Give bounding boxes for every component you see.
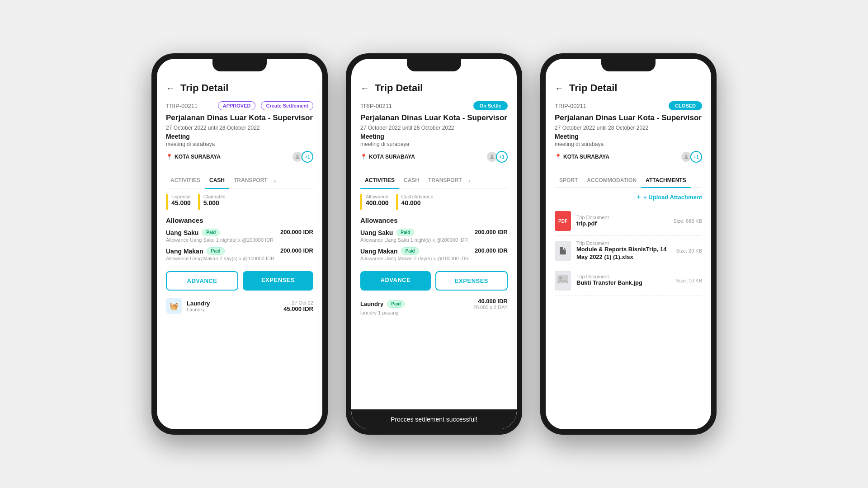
tabs-2: ACTIVITIES CASH TRANSPORT › [360,174,508,188]
expense-info-2: Laundry Paid 40.000 IDR 20.000 x 2 DAY l… [360,298,508,315]
expense-item-laundry-1: 🧺 Laundry Laundry 27 Oct 22 45.000 IDR [166,295,313,317]
trip-id-2: TRIP-00211 [360,103,392,109]
laundry-icon-1: 🧺 [166,298,182,314]
allowance-item-0: Uang Saku Paid Allowance Uang Saku 1 nig… [166,229,313,243]
allowance-item-1: Uang Makan Paid Allowance Uang Makan 2 d… [166,247,313,261]
allowance-item-2-1: Uang Makan Paid Allowance Uang Makan 2 d… [360,247,508,261]
attachment-name-2: Bukti Transfer Bank.jpg [576,279,671,287]
stat-claimable: Claimable 5.000 [198,194,226,210]
tab-transport-1[interactable]: TRANSPORT [229,174,272,188]
phone-2: ← Trip Detail TRIP-00211 On Settle Perja… [346,53,522,435]
tab-cash-2[interactable]: CASH [399,174,424,188]
tabs-1: ACTIVITIES CASH TRANSPORT › [166,174,313,188]
badge-row-1: APPROVED Create Settlement [218,101,313,110]
location-1: 📍 KOTA SURABAYA [166,154,221,160]
attachment-info-2: Trip Document Bukti Transfer Bank.jpg [576,274,671,287]
expenses-button-2[interactable]: EXPENSES [435,271,508,291]
svg-point-1 [491,155,493,157]
upload-attachment-btn[interactable]: ＋ + Upload Attachment [555,193,702,201]
trip-type-3: Meeting [555,133,702,140]
trip-title-2: Perjalanan Dinas Luar Kota - Supervisor [360,113,508,123]
expense-date-1: 27 Oct 22 [283,300,313,305]
allowance-amount-2-1: 200.000 IDR [475,247,508,254]
stat-bar-3 [360,194,362,210]
location-pin-icon-1: 📍 [166,154,173,160]
allowance-name-1: Uang Makan [166,248,203,255]
allowance-amount-2-0: 200.000 IDR [475,229,508,235]
stat-expense: Expense 45.000 [166,194,191,210]
avatar-group-1: +1 [292,151,313,163]
trip-meta-2: TRIP-00211 On Settle Perjalanan Dinas Lu… [360,101,508,163]
stat-label-2: Claimable [203,194,226,199]
badge-approved[interactable]: APPROVED [218,101,256,110]
badge-create-settlement[interactable]: Create Settlement [261,101,313,110]
doc-icon-1 [555,241,571,261]
tabs-3: SPORT ACCOMMODATION ATTACHMENTS [555,174,702,188]
phone-notch-2 [407,59,461,71]
header-2: ← Trip Detail [360,82,508,94]
back-button-2[interactable]: ← [360,83,369,94]
tab-transport-3[interactable]: SPORT [555,174,582,187]
location-pin-icon-3: 📍 [555,154,561,160]
allowance-item-2-0: Uang Saku Paid Allowance Uang Saku 1 nig… [360,229,508,243]
stat-value-2: 5.000 [203,199,226,206]
allowance-desc-0: Allowance Uang Saku 1 night(s) x @200000… [166,237,274,243]
expense-name-1: Laundry [187,300,283,307]
stat-label-3: Allowance [366,194,389,199]
tab-cash-1[interactable]: CASH [205,174,229,188]
attachment-info-0: Trip Document trip.pdf [576,215,668,228]
tab-activities-2[interactable]: ACTIVITIES [360,174,399,188]
section-allowances-2: Allowances [360,216,508,224]
attachment-name-1: Module & Reports BisnisTrip, 14 May 2022… [576,246,671,261]
allowance-desc-2-0: Allowance Uang Saku 1 night(s) x @200000… [360,237,468,243]
advance-button-1[interactable]: ADVANCE [166,271,238,291]
allowance-amount-1: 200.000 IDR [280,247,313,254]
attachment-size-1: Size: 20 KB [676,248,702,253]
svg-point-2 [685,155,688,157]
section-allowances-1: Allowances [166,216,313,224]
tab-attachments-3[interactable]: ATTACHMENTS [641,174,691,187]
back-button-3[interactable]: ← [555,83,564,94]
allowance-amount-0: 200.000 IDR [280,229,313,235]
trip-dates-3: 27 October 2022 until 28 October 2022 [555,125,702,131]
plus-icon: ＋ [636,193,642,201]
tab-more-1[interactable]: › [272,174,278,188]
trip-id-1: TRIP-00211 [166,103,198,109]
trip-type-2: Meeting [360,133,508,140]
back-button-1[interactable]: ← [166,83,175,94]
badge-paid-1: Paid [207,247,224,255]
phone-1: ← Trip Detail TRIP-00211 APPROVED Create… [151,53,328,435]
tab-transport-2[interactable]: TRANSPORT [424,174,467,188]
avatar-plus-1: +1 [302,151,313,163]
expense-right-1: 27 Oct 22 45.000 IDR [283,300,313,312]
attachment-0: PDF Trip Document trip.pdf Size: 688 KB [555,206,702,236]
advance-button-2[interactable]: ADVANCE [360,271,431,291]
badge-paid-2-0: Paid [396,229,414,236]
attachment-name-0: trip.pdf [576,220,668,228]
avatar-plus-2: +1 [496,151,508,163]
trip-meta-3: TRIP-00211 CLOSED Perjalanan Dinas Luar … [555,101,702,163]
expenses-button-1[interactable]: EXPENSES [243,271,313,291]
badge-on-settle[interactable]: On Settle [473,101,508,110]
tab-accommodation-3[interactable]: ACCOMMODATION [582,174,641,187]
tab-more-2[interactable]: › [467,174,472,188]
stat-value-4: 40.000 [401,199,434,206]
action-buttons-2: ADVANCE EXPENSES [360,271,508,291]
badge-paid-expense-2: Paid [387,300,405,308]
upload-label[interactable]: + Upload Attachment [643,194,702,201]
badge-closed: CLOSED [669,101,702,110]
attachment-type-1: Trip Document [576,240,671,246]
stat-label-4: Cash Advance [401,194,434,199]
svg-point-0 [297,155,299,157]
expense-sub-amount-2: 20.000 x 2 DAY [473,305,508,310]
trip-meta-1: TRIP-00211 APPROVED Create Settlement Pe… [166,101,313,163]
phone-3: ← Trip Detail TRIP-00211 CLOSED Perjalan… [540,53,717,435]
expense-sub-1: Laundry [187,307,283,312]
phone-notch-1 [212,59,267,71]
trip-desc-2: meeting di surabaya [360,141,508,147]
trip-title-1: Perjalanan Dinas Luar Kota - Supervisor [166,113,313,123]
attachment-info-1: Trip Document Module & Reports BisnisTri… [576,240,671,261]
badge-paid-2-1: Paid [401,247,419,255]
tab-activities-1[interactable]: ACTIVITIES [166,174,205,188]
phone-notch-3 [601,59,656,71]
